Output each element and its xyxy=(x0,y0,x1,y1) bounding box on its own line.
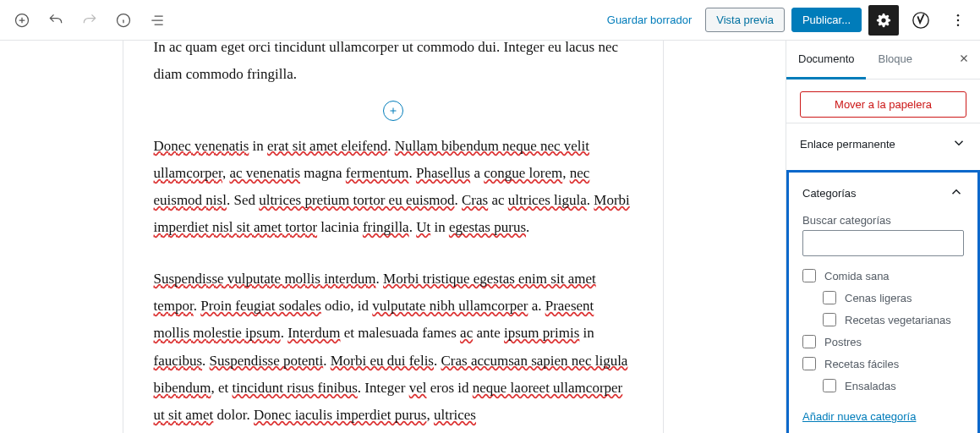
editor-content[interactable]: In ac quam eget orci tincidunt ullamcorp… xyxy=(123,41,664,433)
topbar-right: Guardar borrador Vista previa Publicar..… xyxy=(600,5,973,36)
category-checkbox[interactable] xyxy=(802,357,816,370)
category-item[interactable]: Ensaladas xyxy=(802,375,961,397)
category-label: Comida sana xyxy=(824,270,890,282)
paragraph-block[interactable]: In ac quam eget orci tincidunt ullamcorp… xyxy=(154,41,632,89)
category-label: Ensaladas xyxy=(845,380,896,392)
close-sidebar-button[interactable] xyxy=(948,41,980,79)
category-item[interactable]: Cenas ligeras xyxy=(802,287,961,309)
category-checkbox[interactable] xyxy=(823,313,836,326)
plus-icon xyxy=(388,106,398,116)
undo-icon xyxy=(47,12,64,29)
category-label: Cenas ligeras xyxy=(845,292,912,304)
category-item[interactable]: Postres xyxy=(802,331,961,353)
trash-row: Mover a la papelera xyxy=(786,79,980,123)
category-label: Postres xyxy=(824,336,862,348)
chevron-down-icon xyxy=(951,135,966,153)
info-icon xyxy=(115,12,132,29)
category-item[interactable]: Tentempiés xyxy=(802,397,961,400)
paragraph-block[interactable]: Donec venenatis in erat sit amet eleifen… xyxy=(154,133,632,242)
gear-icon xyxy=(876,13,891,28)
close-icon xyxy=(958,52,970,64)
svg-point-4 xyxy=(957,19,960,21)
category-checkbox[interactable] xyxy=(823,291,836,304)
add-block-button[interactable] xyxy=(7,5,37,36)
add-block-inserter[interactable] xyxy=(383,101,403,121)
panel-categories-title: Categorías xyxy=(802,187,857,200)
topbar-left xyxy=(7,5,172,36)
category-checkbox[interactable] xyxy=(802,269,816,282)
panel-permalink-title: Enlace permanente xyxy=(800,138,895,151)
undo-button[interactable] xyxy=(41,5,71,36)
svg-point-5 xyxy=(957,24,960,26)
list-icon xyxy=(149,12,166,29)
panel-categories: Categorías Buscar categorías Comida sana… xyxy=(789,173,977,433)
tab-document[interactable]: Documento xyxy=(786,41,866,79)
save-draft-link[interactable]: Guardar borrador xyxy=(600,14,698,26)
sidebar-tabs: Documento Bloque xyxy=(786,41,980,79)
category-checkbox[interactable] xyxy=(802,335,816,348)
paragraph-block[interactable]: Suspendisse vulputate mollis interdum. M… xyxy=(154,266,632,430)
add-new-category-link[interactable]: Añadir nueva categoría xyxy=(802,400,964,430)
panel-categories-body: Buscar categorías Comida sana Cenas lige… xyxy=(789,214,977,433)
category-list-wrap: Comida sana Cenas ligeras Recetas vegeta… xyxy=(802,265,964,400)
more-vertical-icon xyxy=(950,12,966,29)
settings-sidebar: Documento Bloque Mover a la papelera Enl… xyxy=(786,41,980,433)
category-checkbox[interactable] xyxy=(823,379,836,392)
editor-topbar: Guardar borrador Vista previa Publicar..… xyxy=(0,0,980,41)
category-label: Recetas fáciles xyxy=(824,358,899,370)
chevron-up-icon xyxy=(949,184,964,202)
editor-canvas[interactable]: In ac quam eget orci tincidunt ullamcorp… xyxy=(0,41,786,433)
yoast-icon xyxy=(912,11,930,30)
category-item[interactable]: Comida sana xyxy=(802,265,961,287)
category-item[interactable]: Recetas fáciles xyxy=(802,353,961,375)
redo-icon xyxy=(81,12,98,29)
category-item[interactable]: Recetas vegetarianas xyxy=(802,309,961,331)
move-to-trash-button[interactable]: Mover a la papelera xyxy=(800,91,966,118)
categories-highlight: Categorías Buscar categorías Comida sana… xyxy=(786,170,980,433)
more-button[interactable] xyxy=(943,5,973,36)
panel-permalink: Enlace permanente xyxy=(786,123,980,165)
settings-button[interactable] xyxy=(868,5,899,36)
panel-categories-toggle[interactable]: Categorías xyxy=(789,173,977,214)
main-area: In ac quam eget orci tincidunt ullamcorp… xyxy=(0,41,980,433)
category-label: Recetas vegetarianas xyxy=(845,314,951,326)
search-categories-label: Buscar categorías xyxy=(802,214,964,227)
svg-point-3 xyxy=(957,14,960,16)
outline-button[interactable] xyxy=(142,5,172,36)
preview-button[interactable]: Vista previa xyxy=(705,8,785,32)
info-button[interactable] xyxy=(108,5,139,36)
tab-block[interactable]: Bloque xyxy=(866,41,923,79)
panel-permalink-toggle[interactable]: Enlace permanente xyxy=(786,123,980,165)
yoast-button[interactable] xyxy=(906,5,936,36)
search-categories-input[interactable] xyxy=(802,230,964,256)
plus-circle-icon xyxy=(14,12,30,29)
category-list[interactable]: Comida sana Cenas ligeras Recetas vegeta… xyxy=(802,265,964,400)
redo-button[interactable] xyxy=(74,5,105,36)
publish-button[interactable]: Publicar... xyxy=(791,8,862,32)
